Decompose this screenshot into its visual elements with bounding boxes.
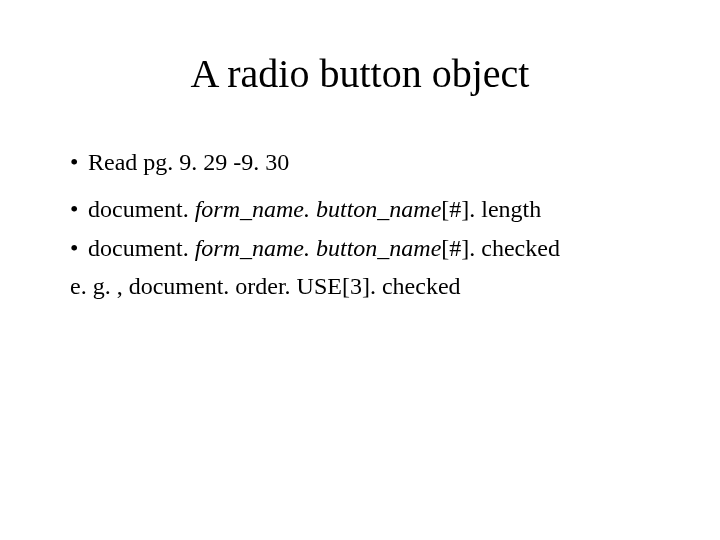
- bullet-text-italic: form_name. button_name: [195, 196, 442, 222]
- bullet-text-pre: document.: [88, 196, 195, 222]
- bullet-item-2: •document. form_name. button_name[#]. le…: [70, 192, 650, 227]
- bullet-item-1: •Read pg. 9. 29 -9. 30: [70, 145, 650, 180]
- slide-body: •Read pg. 9. 29 -9. 30 •document. form_n…: [70, 145, 650, 304]
- slide-title: A radio button object: [70, 50, 650, 97]
- bullet-text-pre: document.: [88, 235, 195, 261]
- example-text: e. g. , document. order. USE[3]. checked: [70, 273, 461, 299]
- bullet-marker: •: [70, 145, 88, 180]
- example-line: e. g. , document. order. USE[3]. checked: [70, 269, 650, 304]
- bullet-text-post: [#]. checked: [441, 235, 560, 261]
- bullet-item-3: •document. form_name. button_name[#]. ch…: [70, 231, 650, 266]
- slide: A radio button object •Read pg. 9. 29 -9…: [0, 0, 720, 540]
- bullet-marker: •: [70, 192, 88, 227]
- bullet-marker: •: [70, 231, 88, 266]
- bullet-text: Read pg. 9. 29 -9. 30: [88, 149, 289, 175]
- bullet-text-post: [#]. length: [441, 196, 541, 222]
- bullet-text-italic: form_name. button_name: [195, 235, 442, 261]
